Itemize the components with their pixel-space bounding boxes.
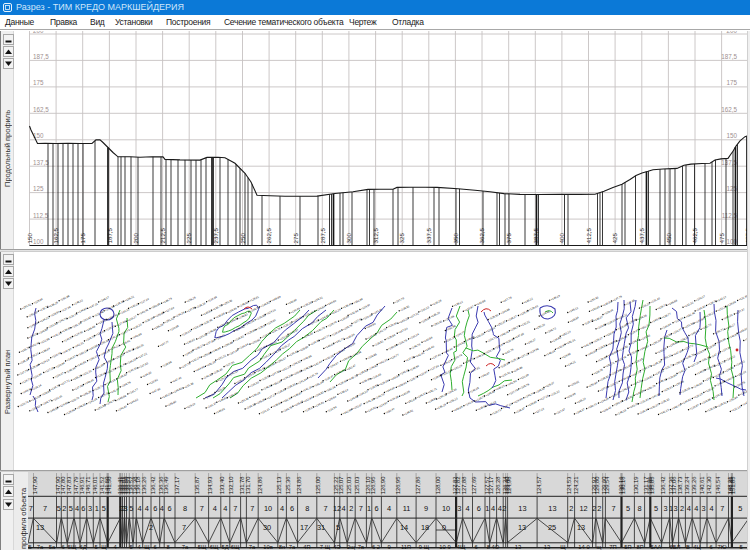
svg-text:+145,44: +145,44 <box>443 346 454 354</box>
svg-text:+147,77: +147,77 <box>159 339 170 347</box>
svg-text:137,5: 137,5 <box>33 159 49 166</box>
svg-text:+135,49: +135,49 <box>342 301 353 309</box>
svg-text:+144,83: +144,83 <box>128 397 139 405</box>
svg-text:134,93: 134,93 <box>207 477 213 495</box>
svg-text:5АА: 5АА <box>651 544 662 550</box>
svg-text:+143,29: +143,29 <box>331 307 342 315</box>
svg-text:+145,69: +145,69 <box>270 294 281 302</box>
svg-text:+145,54: +145,54 <box>569 315 580 323</box>
svg-text:140,61: 140,61 <box>699 477 705 495</box>
svg-text:+141,77: +141,77 <box>128 387 139 395</box>
svg-text:+136,57: +136,57 <box>49 310 60 318</box>
svg-text:+145,30: +145,30 <box>430 310 441 318</box>
svg-text:+152,66: +152,66 <box>59 294 70 302</box>
svg-text:+129,20: +129,20 <box>673 316 684 324</box>
svg-text:+128,71: +128,71 <box>608 380 619 388</box>
svg-text:+145,10: +145,10 <box>576 396 587 404</box>
svg-text:+126,47: +126,47 <box>323 374 334 382</box>
svg-text:1: 1 <box>669 504 673 513</box>
svg-text:5: 5 <box>57 504 61 513</box>
svg-text:7: 7 <box>182 523 186 532</box>
svg-text:+139,22: +139,22 <box>312 295 323 303</box>
svg-text:5: 5 <box>94 544 97 550</box>
svg-text:+136,60: +136,60 <box>298 344 309 352</box>
svg-text:10 9: 10 9 <box>439 544 450 550</box>
svg-text:+134,72: +134,72 <box>21 377 32 385</box>
svg-text:13: 13 <box>544 544 550 550</box>
svg-text:128,00: 128,00 <box>435 477 441 495</box>
svg-text:+130,60: +130,60 <box>667 373 678 381</box>
svg-text:+141,74: +141,74 <box>308 371 319 379</box>
svg-text:6: 6 <box>477 504 481 513</box>
svg-text:+139,89: +139,89 <box>726 300 737 308</box>
svg-text:+131,32: +131,32 <box>81 369 92 377</box>
svg-text:+134,80: +134,80 <box>619 374 630 382</box>
svg-text:7а: 7а <box>182 544 189 550</box>
svg-text:7а: 7а <box>37 544 44 550</box>
svg-text:+132,14: +132,14 <box>409 332 420 340</box>
svg-text:+140,44: +140,44 <box>238 342 249 350</box>
svg-text:8: 8 <box>305 504 309 513</box>
svg-text:+132,41: +132,41 <box>52 394 63 402</box>
svg-text:+146,86: +146,86 <box>351 350 362 358</box>
svg-text:4: 4 <box>687 504 691 513</box>
svg-text:13: 13 <box>515 544 521 550</box>
svg-text:щ: щ <box>597 544 602 550</box>
svg-text:+136,26: +136,26 <box>636 313 647 321</box>
svg-text:+148,77: +148,77 <box>41 398 52 406</box>
svg-text:+140,37: +140,37 <box>66 354 77 362</box>
svg-text:+135,79: +135,79 <box>327 320 338 328</box>
svg-text:+144,11: +144,11 <box>566 359 577 367</box>
svg-text:212,5: 212,5 <box>159 227 166 243</box>
svg-text:+130,94: +130,94 <box>55 361 66 369</box>
svg-text:+135,74: +135,74 <box>656 302 667 310</box>
svg-text:4: 4 <box>75 504 79 513</box>
svg-text:+133,22: +133,22 <box>105 324 116 332</box>
svg-text:+151,80: +151,80 <box>228 391 239 399</box>
svg-text:+140,94: +140,94 <box>661 322 672 330</box>
svg-text:+137,81: +137,81 <box>470 365 481 373</box>
svg-text:+144,98: +144,98 <box>194 364 205 372</box>
svg-text:13: 13 <box>548 504 556 513</box>
svg-text:162,5: 162,5 <box>721 106 737 113</box>
svg-text:11: 11 <box>403 504 411 513</box>
svg-text:+143,67: +143,67 <box>288 327 299 335</box>
svg-text:+135,49: +135,49 <box>212 367 223 375</box>
svg-text:+134,76: +134,76 <box>51 351 62 359</box>
svg-text:5: 5 <box>739 544 742 550</box>
svg-text:+124,48: +124,48 <box>371 372 382 380</box>
svg-text:+126,51: +126,51 <box>399 304 410 312</box>
svg-text:+128,95: +128,95 <box>565 391 576 399</box>
svg-text:+139,99: +139,99 <box>360 376 371 384</box>
svg-text:+142,44: +142,44 <box>312 359 323 367</box>
svg-text:137,06: 137,06 <box>671 477 677 495</box>
svg-text:4: 4 <box>160 504 164 513</box>
svg-text:+144,12: +144,12 <box>109 343 120 351</box>
svg-text:+142,99: +142,99 <box>342 407 353 415</box>
svg-text:+145,23: +145,23 <box>495 383 506 391</box>
svg-text:+132,14: +132,14 <box>190 355 201 363</box>
svg-text:+135,17: +135,17 <box>304 405 315 413</box>
svg-text:+145,22: +145,22 <box>73 298 84 306</box>
svg-text:+144,87: +144,87 <box>328 361 339 369</box>
svg-text:+138,98: +138,98 <box>724 365 735 373</box>
svg-text:+147,80: +147,80 <box>397 326 408 334</box>
svg-text:133,40: 133,40 <box>219 477 225 495</box>
svg-text:112,5: 112,5 <box>33 212 49 219</box>
svg-text:+129,14: +129,14 <box>31 383 42 391</box>
svg-text:+135,64: +135,64 <box>385 333 396 341</box>
svg-text:4: 4 <box>223 504 227 513</box>
svg-text:187,5: 187,5 <box>106 227 113 243</box>
svg-text:+136,18: +136,18 <box>249 305 260 313</box>
svg-text:10в: 10в <box>263 544 273 550</box>
svg-text:+152,65: +152,65 <box>674 379 685 387</box>
svg-text:+146,27: +146,27 <box>99 295 110 303</box>
svg-text:+134,88: +134,88 <box>207 295 218 303</box>
svg-text:+137,80: +137,80 <box>429 364 440 372</box>
svg-text:+124,73: +124,73 <box>120 328 131 336</box>
svg-text:+127,18: +127,18 <box>539 393 550 401</box>
svg-text:+128,92: +128,92 <box>234 334 245 342</box>
svg-text:6: 6 <box>153 504 157 513</box>
svg-text:+152,38: +152,38 <box>222 298 233 306</box>
svg-text:+141,20: +141,20 <box>302 385 313 393</box>
